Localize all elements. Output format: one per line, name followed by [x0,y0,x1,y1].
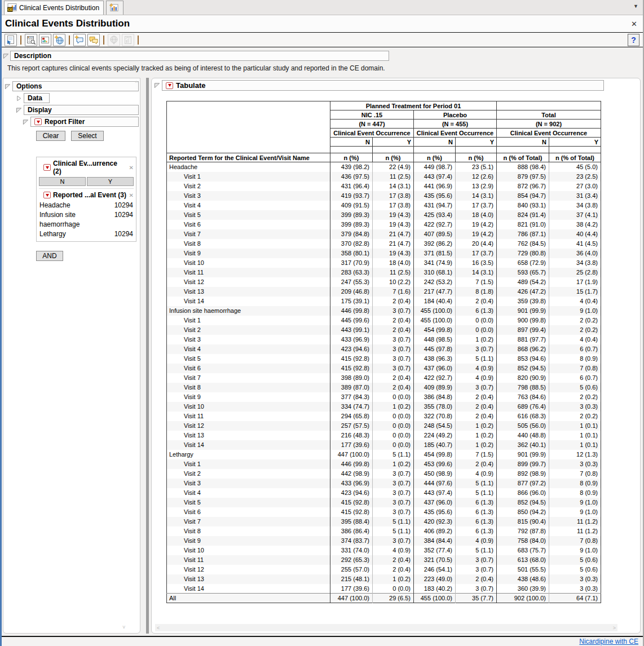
cell-nic-n[interactable]: 446 (99.8) [330,459,373,469]
cell-nic-n[interactable]: 399 (89.3) [330,210,373,220]
tab-clinical-events-distribution[interactable]: CE Clinical Events Distribution [4,1,104,15]
cell-placebo-n[interactable]: 450 (98.9) [414,469,456,479]
presentation-button[interactable] [39,34,51,46]
row-label[interactable]: Visit 3 [167,335,330,344]
cell-total-n[interactable]: 881 (97.7) [497,335,549,344]
red-triangle-menu-icon[interactable] [34,118,42,125]
cell-total-y[interactable]: 2 (0.2) [549,412,601,421]
occurrence-header[interactable]: Clinical Event Occurrence [497,129,601,138]
cell-nic-n[interactable]: 419 (93.7) [330,191,373,201]
tab-new-chart[interactable] [106,1,123,15]
cell-placebo-n[interactable]: 448 (98.5) [414,335,456,344]
cell-placebo-n[interactable]: 355 (78.0) [414,402,456,412]
scroll-down-icon[interactable]: v [123,625,126,630]
cell-placebo-y[interactable]: 14 (3.1) [456,268,497,277]
cell-placebo-n[interactable]: 455 (100.0) [414,306,456,316]
cell-total-y[interactable]: 6 (0.7) [549,373,601,383]
journal-button[interactable] [25,34,37,46]
row-label[interactable]: Visit 12 [167,565,330,574]
cell-nic-n[interactable]: 398 (89.0) [330,373,373,383]
row-label[interactable]: Visit 9 [167,249,330,258]
row-label[interactable]: Visit 14 [167,584,330,594]
cell-total-y[interactable]: 3 (0.3) [549,574,601,584]
cell-total-n[interactable]: 901 (99.9) [497,306,549,316]
cell-total-y[interactable]: 31 (3.4) [549,191,601,201]
cell-placebo-y[interactable]: 3 (0.7) [456,555,497,565]
cell-total-n[interactable]: 820 (90.9) [497,373,549,383]
cell-nic-n[interactable]: 443 (99.1) [330,325,373,335]
row-label[interactable]: Visit 14 [167,297,330,306]
cell-total-n[interactable]: 505 (56.0) [497,421,549,431]
collapse-triangle-icon[interactable] [5,83,11,90]
cell-nic-y[interactable]: 2 (0.4) [373,555,414,565]
cell-nic-y[interactable]: 1 (0.2) [373,402,414,412]
cell-placebo-y[interactable]: 17 (3.7) [456,249,497,258]
row-label[interactable]: Visit 7 [167,373,330,383]
report-preview-button[interactable] [5,34,17,46]
cell-total-n[interactable]: 360 (39.9) [497,584,549,594]
cell-nic-y[interactable]: 3 (0.7) [373,488,414,498]
cell-total-y[interactable]: 12 (1.3) [549,450,601,459]
scroll-left-icon[interactable]: < [157,625,160,631]
remove-filter-icon[interactable]: ✕ [129,165,134,171]
cell-total-y[interactable]: 3 (0.3) [549,402,601,412]
cell-total-n[interactable]: 888 (98.4) [497,162,549,172]
row-header[interactable]: Reported Term for the Clinical Event/Vis… [167,153,330,162]
filter-option-n[interactable]: N [39,177,86,186]
cell-nic-n[interactable]: 334 (74.7) [330,402,373,412]
cell-nic-n[interactable]: 370 (82.8) [330,239,373,249]
cell-total-y[interactable]: 5 (0.6) [549,383,601,392]
level-y[interactable]: Y [456,138,497,147]
cell-total-n[interactable]: 593 (65.7) [497,268,549,277]
cell-total-y[interactable]: 2 (0.2) [549,325,601,335]
cell-placebo-n[interactable]: 310 (68.1) [414,268,456,277]
cell-total-n[interactable]: 613 (68.0) [497,555,549,565]
cell-placebo-n[interactable]: 441 (96.9) [414,182,456,191]
row-label[interactable]: Visit 8 [167,239,330,249]
level-n[interactable]: N [497,138,549,147]
cell-total-n[interactable]: 440 (48.8) [497,431,549,440]
row-label[interactable]: Visit 11 [167,412,330,421]
row-label[interactable]: Visit 13 [167,574,330,584]
cell-total-n[interactable]: 426 (47.2) [497,287,549,297]
scroll-right-icon[interactable]: > [613,625,616,631]
cell-placebo-y[interactable]: 2 (0.4) [456,392,497,402]
cell-placebo-n[interactable]: 438 (96.3) [414,354,456,364]
cell-nic-n[interactable]: 436 (97.5) [330,172,373,182]
cell-placebo-y[interactable]: 5 (1.1) [456,488,497,498]
cell-total-y[interactable]: 34 (3.8) [549,258,601,268]
options-item-display[interactable]: Display [24,105,139,115]
row-label[interactable]: Visit 13 [167,431,330,440]
level-n[interactable]: N [414,138,456,147]
level-y[interactable]: Y [373,138,414,147]
cell-total-y[interactable]: 45 (5.0) [549,162,601,172]
cell-total-y[interactable]: 37 (4.1) [549,210,601,220]
cell-nic-n[interactable]: 433 (96.9) [330,479,373,488]
cell-placebo-y[interactable]: 4 (0.9) [456,536,497,546]
cell-placebo-y[interactable]: 7 (1.5) [456,450,497,459]
cell-nic-n[interactable]: 209 (46.8) [330,287,373,297]
group-n-total[interactable]: (N = 902) [497,120,601,129]
and-button[interactable]: AND [36,251,63,261]
cell-nic-n[interactable]: 177 (39.6) [330,584,373,594]
cell-nic-y[interactable]: 3 (0.7) [373,469,414,479]
description-header[interactable]: Description [10,51,389,61]
cell-nic-n[interactable]: 389 (87.0) [330,383,373,392]
cell-placebo-n[interactable]: 445 (97.8) [414,344,456,354]
cell-nic-y[interactable]: 2 (0.4) [373,297,414,306]
row-label[interactable]: Visit 5 [167,498,330,507]
row-label[interactable]: Visit 2 [167,182,330,191]
cell-total-n[interactable]: 815 (90.4) [497,517,549,526]
group-header-placebo[interactable]: Placebo [414,110,497,120]
level-n[interactable]: N [330,138,373,147]
cell-placebo-y[interactable]: 3 (0.7) [456,584,497,594]
cell-placebo-y[interactable]: 6 (1.3) [456,517,497,526]
level-y[interactable]: Y [549,138,601,147]
cell-placebo-y[interactable]: 6 (1.3) [456,306,497,316]
measure-header[interactable]: n (%) [330,153,373,162]
cell-nic-y[interactable]: 21 (4.7) [373,229,414,239]
cell-nic-y[interactable]: 1 (0.2) [373,574,414,584]
cell-nic-n[interactable]: 175 (39.1) [330,297,373,306]
cell-nic-n[interactable]: 423 (94.6) [330,488,373,498]
cell-total-n[interactable]: 853 (94.6) [497,354,549,364]
